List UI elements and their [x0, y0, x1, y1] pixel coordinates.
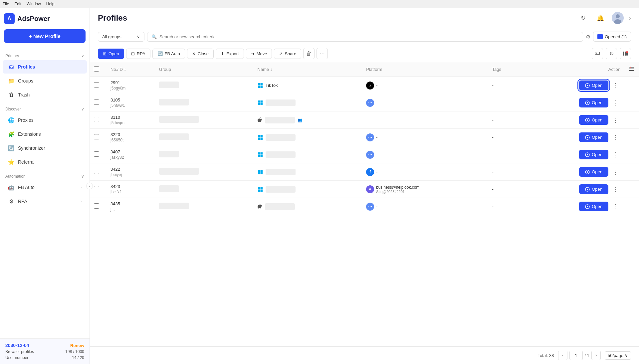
- fb-auto-button[interactable]: 🔄 FB Auto: [152, 49, 185, 59]
- row-checkbox-1[interactable]: [94, 99, 99, 105]
- name-cell: [258, 134, 358, 141]
- group-select-chevron-icon: ∨: [137, 34, 140, 39]
- table-row: 3423 jbcjfxf a business@helplook.com Sbq…: [90, 181, 639, 198]
- sidebar-item-referral[interactable]: ⭐ Referral: [3, 155, 87, 169]
- renew-link[interactable]: Renew: [70, 343, 84, 348]
- groups-label: Groups: [18, 78, 33, 84]
- menu-help[interactable]: Help: [46, 2, 55, 6]
- select-all-checkbox[interactable]: [94, 66, 99, 72]
- move-button[interactable]: ➜ Move: [246, 49, 272, 59]
- profiles-icon: 🗂: [8, 64, 15, 70]
- open-profile-button-1[interactable]: Open: [579, 98, 608, 107]
- close-button[interactable]: ✕ Close: [187, 49, 214, 59]
- notification-bell-icon[interactable]: 🔔: [594, 12, 606, 24]
- sidebar-collapse-btn[interactable]: ‹: [86, 183, 93, 189]
- more-options-button[interactable]: ⋯: [317, 48, 328, 59]
- open-btn-icon: [585, 204, 590, 209]
- multi-platform-icon: ⋯: [366, 133, 374, 141]
- logo-text: AdsPower: [17, 15, 50, 23]
- sidebar-item-synchronizer[interactable]: 🔄 Synchronizer: [3, 141, 87, 155]
- group-select[interactable]: All groups ∨: [98, 32, 144, 42]
- row-more-button-4[interactable]: ⋮: [611, 150, 620, 159]
- sidebar-item-profiles[interactable]: 🗂 Profiles: [3, 60, 87, 74]
- svg-point-30: [587, 137, 588, 138]
- new-profile-button[interactable]: + New Profile: [4, 29, 86, 43]
- name-cell: [258, 169, 358, 175]
- filter-icon[interactable]: ⚙: [586, 34, 590, 40]
- open-profile-button-0[interactable]: Open: [579, 81, 608, 90]
- row-more-button-1[interactable]: ⋮: [611, 98, 620, 107]
- table-row: 3407 jasxy82 ⋯ - - Open ⋮: [90, 146, 639, 163]
- sidebar-nav: Primary ∨ 🗂 Profiles 📁 Groups 🗑 Trash Di…: [0, 48, 90, 338]
- facebook-icon: f: [366, 168, 374, 176]
- delete-button[interactable]: 🗑: [303, 48, 315, 59]
- main-content: Profiles ↻ 🔔 › All groups ∨ 🔍 ⚙: [90, 8, 639, 364]
- svg-rect-37: [258, 170, 260, 172]
- primary-chevron-icon: ∨: [81, 54, 84, 58]
- row-checkbox-2[interactable]: [94, 117, 99, 122]
- table-row: 3435 j... ⋯ - - Open ⋮: [90, 198, 639, 215]
- tag-button[interactable]: 🏷: [592, 48, 603, 59]
- sidebar-item-rpa[interactable]: ⚙ RPA ›: [3, 195, 87, 208]
- avatar[interactable]: [612, 12, 624, 24]
- row-more-button-0[interactable]: ⋮: [611, 81, 620, 90]
- row-checkbox-3[interactable]: [94, 134, 99, 139]
- groups-icon: 📁: [8, 78, 15, 84]
- open-profile-button-3[interactable]: Open: [579, 132, 608, 142]
- sidebar-item-proxies[interactable]: 🌐 Proxies: [3, 113, 87, 127]
- open-profile-button-6[interactable]: Open: [579, 184, 608, 194]
- next-page-button[interactable]: ›: [591, 351, 601, 360]
- row-checkbox-5[interactable]: [94, 169, 99, 174]
- page-input[interactable]: [569, 351, 583, 360]
- proxies-icon: 🌐: [8, 117, 15, 123]
- col-settings[interactable]: [624, 62, 639, 77]
- browser-profiles-label: Browser profiles: [5, 349, 34, 354]
- row-checkbox-4[interactable]: [94, 151, 99, 157]
- windows-icon: [258, 169, 263, 175]
- svg-point-16: [587, 85, 588, 86]
- open-profile-button-2[interactable]: Open: [579, 115, 608, 125]
- rpa-button[interactable]: ⊡ RPA: [126, 49, 150, 59]
- sidebar-item-groups[interactable]: 📁 Groups: [3, 74, 87, 88]
- topbar-expand-icon[interactable]: ›: [629, 15, 631, 22]
- row-checkbox-6[interactable]: [94, 186, 99, 191]
- open-profile-button-5[interactable]: Open: [579, 167, 608, 177]
- prev-page-button[interactable]: ‹: [558, 351, 567, 360]
- col-no-id: No./ID ↕: [106, 62, 155, 77]
- svg-point-42: [587, 171, 588, 173]
- profiles-label: Profiles: [18, 64, 35, 70]
- row-more-button-5[interactable]: ⋮: [611, 167, 620, 177]
- name-blurred: [266, 134, 296, 141]
- sidebar-item-extensions[interactable]: 🧩 Extensions: [3, 127, 87, 141]
- open-profile-button-4[interactable]: Open: [579, 150, 608, 159]
- opened-filter-badge[interactable]: Opened (1): [593, 32, 631, 42]
- sidebar-item-trash[interactable]: 🗑 Trash: [3, 88, 87, 101]
- update-icon[interactable]: ↻: [577, 12, 589, 24]
- row-checkbox-0[interactable]: [94, 82, 99, 88]
- sidebar-item-fb-auto[interactable]: 🤖 FB Auto ›: [3, 181, 87, 194]
- page-size-select[interactable]: 50/page ∨: [605, 351, 631, 360]
- row-more-button-2[interactable]: ⋮: [611, 115, 620, 125]
- search-input[interactable]: [159, 34, 579, 39]
- menu-window[interactable]: Window: [27, 2, 41, 6]
- columns-button[interactable]: [620, 48, 631, 59]
- group-share-icon: 👥: [298, 118, 303, 122]
- menu-file[interactable]: File: [3, 2, 9, 6]
- export-icon: ⬆: [221, 51, 224, 56]
- menu-edit[interactable]: Edit: [14, 2, 21, 6]
- group-blurred: [159, 203, 189, 209]
- row-more-button-7[interactable]: ⋮: [611, 202, 620, 211]
- open-button[interactable]: ⊞ Open: [98, 49, 124, 59]
- export-button[interactable]: ⬆ Export: [216, 49, 244, 59]
- row-more-button-6[interactable]: ⋮: [611, 185, 620, 194]
- tags-cell: -: [492, 169, 494, 174]
- row-checkbox-7[interactable]: [94, 203, 99, 209]
- refresh-button[interactable]: ↻: [606, 48, 617, 59]
- row-more-button-3[interactable]: ⋮: [611, 133, 620, 142]
- open-btn-icon: [585, 135, 590, 140]
- svg-rect-9: [629, 70, 634, 71]
- share-button[interactable]: ↗ Share: [274, 49, 301, 59]
- profile-sub-id: jasxy82: [110, 155, 151, 160]
- svg-point-24: [587, 119, 588, 121]
- open-profile-button-7[interactable]: Open: [579, 202, 608, 211]
